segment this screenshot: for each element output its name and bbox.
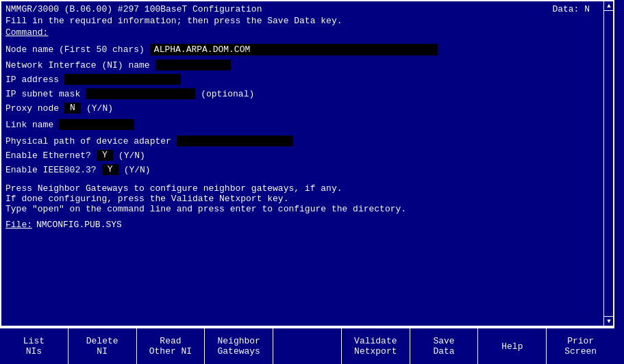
data-status: Data: N [552,4,590,14]
ip-subnet-label: IP subnet mask [5,89,80,99]
file-row: File: NMCONFIG.PUB.SYS [5,220,602,230]
instructions-section: Press Neighbor Gateways to configure nei… [5,183,602,214]
ip-subnet-input[interactable] [86,88,195,99]
ip-address-row: IP address [5,74,602,85]
instruction-3: Type "open" on the command line and pres… [5,204,602,214]
file-value: NMCONFIG.PUB.SYS [36,220,122,230]
btn-neighbor-gateways-line1: Neighbor [218,336,260,346]
instruction-line: Fill in the required information; then p… [5,15,602,27]
link-name-label: Link name [5,120,53,130]
title-bar: NMMGR/3000 (B.06.00) #297 100BaseT Confi… [5,3,602,15]
link-name-input[interactable] [59,119,134,130]
btn-delete-ni[interactable]: Delete NI [68,328,137,364]
btn-help[interactable]: Help [478,328,547,364]
enable-ieee-value[interactable]: Y [102,164,118,175]
node-name-value[interactable]: ALPHA.ARPA.DOM.COM [150,44,438,55]
physical-path-label: Physical path of device adapter [5,136,171,146]
proxy-node-label: Proxy node [5,103,59,114]
proxy-node-yn: (Y/N) [86,103,113,114]
btn-list-nis-line1: List [23,336,45,346]
btn-validate-netxport-line1: Validate [354,336,397,346]
btn-save-data[interactable]: Save Data [410,328,479,364]
link-name-row: Link name [5,119,602,130]
btn-prior-screen-line2: Screen [564,346,597,356]
ip-subnet-row: IP subnet mask (optional) [5,88,602,99]
btn-list-nis-line2: NIs [26,346,42,356]
command-label: Command: [5,27,48,38]
ip-subnet-optional: (optional) [201,89,254,99]
content-area: NMMGR/3000 (B.06.00) #297 100BaseT Confi… [1,1,606,232]
btn-read-other-ni-line2: Other NI [149,346,192,356]
enable-ieee-row: Enable IEEE802.3? Y (Y/N) [5,164,602,175]
ip-address-label: IP address [5,75,59,85]
btn-delete-ni-line2: NI [97,346,108,356]
btn-prior-screen-line1: Prior [567,336,594,346]
btn-delete-ni-line1: Delete [86,336,118,346]
btn-save-data-line1: Save [433,336,454,346]
enable-ethernet-yn: (Y/N) [118,151,145,161]
scroll-up-arrow[interactable]: ▲ [604,1,614,11]
window-title: NMMGR/3000 (B.06.00) #297 100BaseT Confi… [5,4,262,14]
enable-ethernet-label: Enable Ethernet? [5,151,91,161]
btn-neighbor-gateways[interactable]: Neighbor Gateways [205,328,273,364]
btn-validate-netxport-line2: Netxport [354,346,397,356]
instruction-1: Press Neighbor Gateways to configure nei… [5,183,602,194]
btn-read-other-ni[interactable]: Read Other NI [137,328,205,364]
physical-path-row: Physical path of device adapter [5,135,602,146]
node-name-label: Node name (First 50 chars) [5,44,145,55]
scrollbar[interactable]: ▲ ▼ [603,1,613,326]
btn-help-line1: Help [501,341,523,352]
btn-validate-netxport[interactable]: Validate Netxport [342,328,410,364]
physical-path-input[interactable] [177,135,293,146]
btn-empty [273,328,342,364]
ni-name-label: Network Interface (NI) name [5,60,150,70]
screen-wrapper: ▲ ▼ NMMGR/3000 (B.06.00) #297 100BaseT C… [0,0,624,364]
enable-ethernet-value[interactable]: Y [97,150,113,161]
file-label: File: [5,220,32,230]
scroll-down-arrow[interactable]: ▼ [604,316,614,326]
enable-ieee-label: Enable IEEE802.3? [5,165,97,175]
instruction-2: If done configuring, press the Validate … [5,194,602,204]
proxy-node-row: Proxy node N (Y/N) [5,103,602,114]
node-name-row: Node name (First 50 chars) ALPHA.ARPA.DO… [5,44,602,55]
btn-prior-screen[interactable]: Prior Screen [547,328,614,364]
btn-read-other-ni-line1: Read [160,336,181,346]
enable-ethernet-row: Enable Ethernet? Y (Y/N) [5,150,602,161]
ip-address-input[interactable] [64,74,181,85]
ni-name-input[interactable] [155,60,231,70]
btn-neighbor-gateways-line2: Gateways [218,346,260,356]
enable-ieee-yn: (Y/N) [124,165,151,175]
proxy-node-value[interactable]: N [64,103,81,114]
btn-list-nis[interactable]: List NIs [0,328,68,364]
ni-name-row: Network Interface (NI) name [5,60,602,70]
btn-save-data-line2: Data [433,346,454,356]
status-bar: List NIs Delete NI Read Other NI Neighbo… [0,327,614,364]
command-row: Command: [5,27,602,38]
